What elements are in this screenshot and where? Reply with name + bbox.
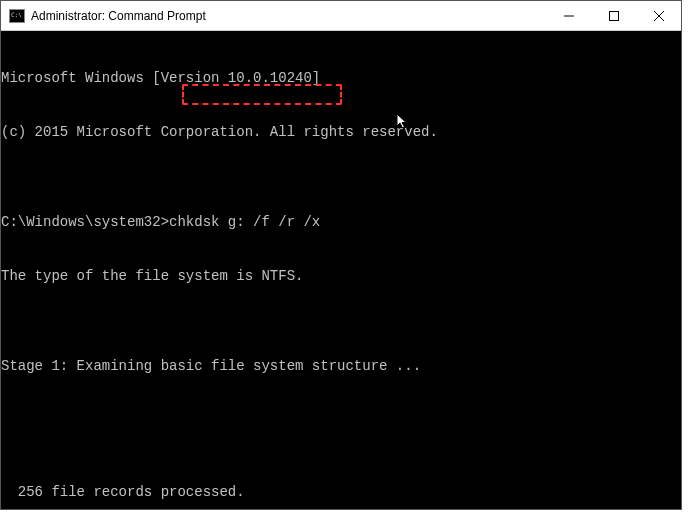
terminal-output[interactable]: Microsoft Windows [Version 10.0.10240] (… bbox=[1, 31, 681, 509]
cmd-icon bbox=[9, 9, 25, 23]
terminal-line: (c) 2015 Microsoft Corporation. All righ… bbox=[1, 123, 681, 141]
window-title: Administrator: Command Prompt bbox=[31, 9, 546, 23]
close-button[interactable] bbox=[636, 1, 681, 30]
command-prompt-window: Administrator: Command Prompt Microsoft … bbox=[0, 0, 682, 510]
terminal-line: 256 file records processed. bbox=[1, 483, 681, 501]
titlebar[interactable]: Administrator: Command Prompt bbox=[1, 1, 681, 31]
command-highlight bbox=[182, 84, 342, 105]
terminal-line: The type of the file system is NTFS. bbox=[1, 267, 681, 285]
terminal-line: Microsoft Windows [Version 10.0.10240] bbox=[1, 69, 681, 87]
window-controls bbox=[546, 1, 681, 30]
maximize-button[interactable] bbox=[591, 1, 636, 30]
terminal-line: Stage 1: Examining basic file system str… bbox=[1, 357, 681, 375]
svg-rect-1 bbox=[609, 11, 618, 20]
terminal-line: C:\Windows\system32>chkdsk g: /f /r /x bbox=[1, 213, 681, 231]
minimize-button[interactable] bbox=[546, 1, 591, 30]
